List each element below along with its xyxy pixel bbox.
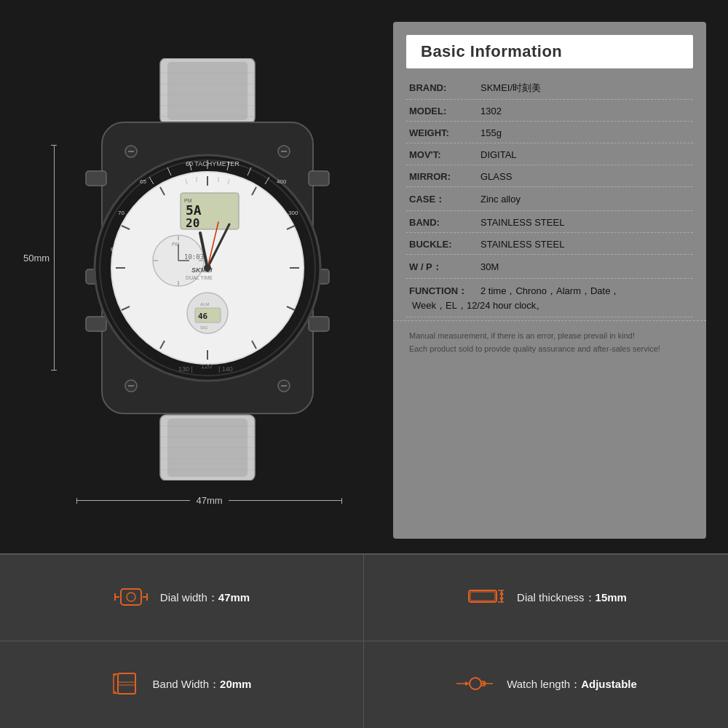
svg-text:60 TACHYMETER: 60 TACHYMETER — [186, 160, 240, 167]
info-function-block: FUNCTION： 2 time，Chrono，Alarm，Date， Week… — [406, 279, 693, 317]
svg-text:ALM: ALM — [200, 302, 209, 306]
info-row-buckle: BUCKLE: STAINLESS STEEL — [406, 233, 693, 255]
weight-key: WEIGHT: — [409, 127, 475, 138]
svg-marker-113 — [465, 681, 470, 686]
spec-dial-width: Dial width：47mm — [0, 555, 364, 641]
dial-thickness-icon — [465, 583, 505, 612]
svg-rect-17 — [86, 317, 106, 331]
svg-text:130 |: 130 | — [178, 365, 193, 373]
movt-key: MOV'T: — [409, 149, 475, 160]
function-key: FUNCTION： — [409, 285, 475, 298]
svg-text:20: 20 — [186, 216, 199, 230]
info-row-wp: W / P： 30M — [406, 255, 693, 279]
svg-rect-98 — [470, 592, 495, 601]
height-dimension: 50mm — [51, 145, 57, 371]
svg-text:70: 70 — [118, 210, 124, 216]
info-row-movt: MOV'T: DIGITAL — [406, 143, 693, 165]
info-row-case: CASE： Zinc alloy — [406, 187, 693, 211]
height-label: 50mm — [23, 253, 50, 264]
svg-rect-20 — [309, 317, 329, 331]
spec-watch-length: Watch length：Adjustable — [364, 641, 728, 728]
model-key: MODEL: — [409, 106, 475, 116]
function-val-line2: Week，EL，12/24 hour clock。 — [409, 298, 690, 312]
info-row-brand: BRAND: SKMEI/时刻美 — [406, 76, 693, 100]
dial-thickness-text: Dial thickness：15mm — [517, 591, 627, 605]
svg-point-87 — [204, 264, 211, 272]
watch-image: 60 TACHYMETER 65 70 80 90 400 300 240 20… — [73, 69, 342, 470]
page-wrapper: 50mm — [0, 0, 728, 728]
band-width-text: Band Width：20mm — [153, 678, 252, 692]
svg-text:10:03: 10:03 — [184, 253, 204, 261]
spec-dial-thickness: Dial thickness：15mm — [364, 555, 728, 641]
mirror-val: GLASS — [480, 171, 512, 182]
watch-length-text: Watch length：Adjustable — [507, 678, 637, 692]
watch-panel: 50mm — [22, 22, 379, 539]
svg-point-92 — [127, 593, 135, 601]
note-line1: Manual measurement, if there is an error… — [409, 330, 693, 343]
svg-marker-115 — [481, 681, 486, 686]
svg-marker-102 — [499, 591, 504, 595]
buckle-key: BUCKLE: — [409, 239, 475, 250]
svg-rect-1 — [167, 62, 248, 120]
svg-text:SIG: SIG — [200, 325, 208, 330]
case-val: Zinc alloy — [480, 194, 521, 205]
note-line2: Each product sold to provide quality ass… — [409, 343, 693, 356]
buckle-val: STAINLESS STEEL — [480, 239, 564, 250]
watch-length-icon — [455, 670, 495, 700]
info-row-model: MODEL: 1302 — [406, 100, 693, 122]
width-dimension: 47mm — [76, 495, 342, 506]
info-row-weight: WEIGHT: 155g — [406, 122, 693, 143]
brand-val: SKMEI/时刻美 — [480, 82, 541, 95]
svg-rect-18 — [309, 171, 329, 186]
svg-rect-91 — [121, 589, 141, 605]
svg-text:120: 120 — [201, 363, 212, 370]
band-val: STAINLESS STEEL — [480, 217, 564, 228]
svg-text:DUAL TIME: DUAL TIME — [186, 275, 213, 280]
info-row-mirror: MIRROR: GLASS — [406, 165, 693, 187]
movt-val: DIGITAL — [480, 149, 517, 160]
info-title: Basic Information — [421, 42, 678, 61]
svg-rect-15 — [86, 171, 106, 186]
main-content: 50mm — [0, 0, 728, 553]
info-note: Manual measurement, if there is an error… — [393, 320, 706, 364]
spec-band-width: Band Width：20mm — [0, 641, 364, 728]
dial-width-icon — [114, 583, 149, 612]
info-row-band: BAND: STAINLESS STEEL — [406, 211, 693, 233]
width-label: 47mm — [190, 495, 228, 506]
info-header: Basic Information — [406, 35, 693, 68]
band-width-icon — [112, 670, 141, 700]
svg-text:65: 65 — [140, 178, 146, 185]
svg-rect-104 — [118, 673, 135, 694]
band-key: BAND: — [409, 217, 475, 228]
weight-val: 155g — [480, 127, 502, 138]
svg-text:400: 400 — [277, 178, 287, 185]
svg-marker-103 — [499, 598, 504, 601]
watch-container: 50mm — [44, 47, 357, 513]
svg-text:300: 300 — [288, 210, 298, 216]
dial-width-text: Dial width：47mm — [160, 591, 250, 605]
info-panel: Basic Information BRAND: SKMEI/时刻美 MODEL… — [393, 22, 706, 539]
svg-text:5A: 5A — [186, 202, 202, 218]
svg-text:46: 46 — [198, 312, 208, 321]
model-val: 1302 — [480, 106, 502, 116]
function-val-line1: 2 time，Chrono，Alarm，Date， — [480, 285, 620, 298]
svg-text:| 140: | 140 — [218, 365, 233, 373]
svg-point-110 — [470, 678, 481, 689]
mirror-key: MIRROR: — [409, 171, 475, 182]
wp-val: 30M — [480, 261, 499, 272]
case-key: CASE： — [409, 193, 475, 206]
brand-key: BRAND: — [409, 82, 475, 93]
bottom-specs: Dial width：47mm Dial — [0, 553, 728, 728]
wp-key: W / P： — [409, 261, 475, 274]
info-rows: BRAND: SKMEI/时刻美 MODEL: 1302 WEIGHT: 155… — [393, 68, 706, 317]
